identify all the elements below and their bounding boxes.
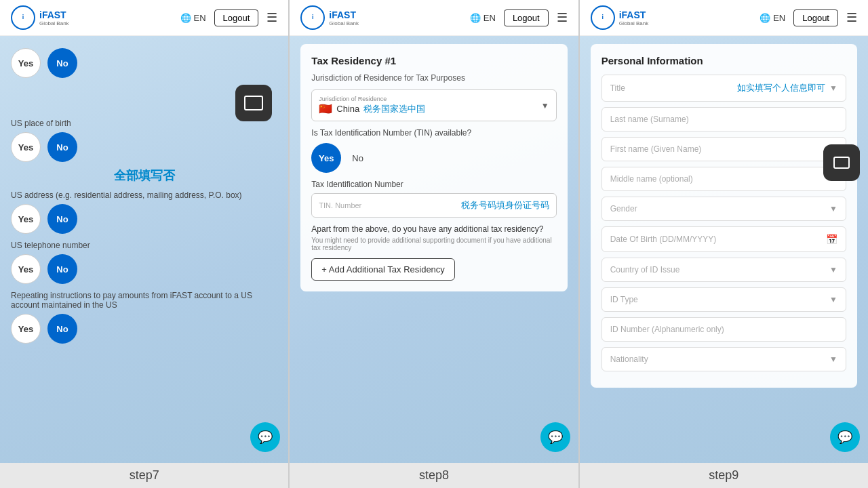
last-name-field[interactable]: Last name (Surname) bbox=[601, 107, 846, 131]
middle-name-field[interactable]: Middle name (optional) bbox=[601, 167, 846, 191]
gender-field[interactable]: Gender ▼ bbox=[601, 197, 846, 221]
no-btn-last[interactable]: No bbox=[47, 314, 77, 344]
globe-icon-step7: 🌐 bbox=[180, 13, 191, 23]
logo-icon-step9: i bbox=[591, 5, 615, 30]
lang-btn-step7[interactable]: 🌐 EN bbox=[180, 13, 206, 23]
gender-chevron: ▼ bbox=[829, 204, 837, 214]
additional-question-text: Apart from the above, do you have any ad… bbox=[311, 224, 556, 234]
jurisdiction-section-title: Jurisdiction of Residence for Tax Purpos… bbox=[311, 73, 556, 83]
no-btn-q0[interactable]: No bbox=[47, 48, 77, 78]
country-id-field[interactable]: Country of ID Issue ▼ bbox=[601, 258, 846, 282]
tin-input-box[interactable]: TIN. Number 税务号码填身份证号码 bbox=[311, 193, 556, 218]
logo-icon-step7: i bbox=[11, 5, 35, 30]
yes-btn-last[interactable]: Yes bbox=[11, 314, 41, 344]
logo-step8: i iFAST Global Bank bbox=[300, 5, 359, 30]
lang-label-step7: EN bbox=[194, 13, 206, 23]
logout-btn-step9[interactable]: Logout bbox=[793, 9, 838, 26]
title-chevron: ▼ bbox=[829, 83, 837, 93]
logo-text-step8: iFAST Global Bank bbox=[329, 9, 359, 26]
id-number-field[interactable]: ID Number (Alphanumeric only) bbox=[601, 317, 846, 342]
chinese-note: 全部填写否 bbox=[11, 167, 277, 184]
yes-btn-q3[interactable]: Yes bbox=[11, 254, 41, 284]
title-value-area: 如实填写个人信息即可 ▼ bbox=[737, 82, 837, 94]
first-name-field[interactable]: First name (Given Name) bbox=[601, 137, 846, 161]
question-label-2: US address (e.g. residential address, ma… bbox=[11, 190, 277, 200]
menu-icon-step8[interactable]: ☰ bbox=[557, 10, 568, 25]
no-btn-q3[interactable]: No bbox=[47, 254, 77, 284]
logo-text-step7: iFAST Global Bank bbox=[39, 9, 69, 26]
jurisdiction-content: Jurisdiction of Residence 🇨🇳 China 税务国家选… bbox=[319, 96, 425, 115]
title-chinese: 如实填写个人信息即可 bbox=[737, 82, 825, 94]
logo-ifast-step8: iFAST bbox=[329, 9, 359, 20]
question-group-2: US address (e.g. residential address, ma… bbox=[11, 190, 277, 234]
tax-residency-card: Tax Residency #1 Jurisdiction of Residen… bbox=[300, 44, 567, 291]
nationality-field[interactable]: Nationality ▼ bbox=[601, 347, 846, 371]
tin-question-text: Is Tax Identification Number (TIN) avail… bbox=[311, 128, 556, 138]
camera-icon[interactable] bbox=[235, 85, 272, 121]
logout-btn-step8[interactable]: Logout bbox=[504, 9, 549, 26]
chat-bubble-step7[interactable] bbox=[250, 422, 280, 452]
lang-label-step8: EN bbox=[484, 13, 496, 23]
calendar-icon: 📅 bbox=[826, 234, 837, 245]
chinese-country-note: 税务国家选中国 bbox=[363, 103, 425, 115]
tin-yes-btn[interactable]: Yes bbox=[311, 143, 341, 173]
panel-inner-step8: Tax Residency #1 Jurisdiction of Residen… bbox=[290, 36, 578, 463]
id-type-field[interactable]: ID Type ▼ bbox=[601, 287, 846, 312]
header-right-step7: 🌐 EN Logout ☰ bbox=[180, 9, 278, 26]
toggle-row-last: Yes No bbox=[11, 314, 277, 344]
header-right-step8: 🌐 EN Logout ☰ bbox=[470, 9, 568, 26]
no-btn-q2[interactable]: No bbox=[47, 204, 77, 234]
yes-btn-q1[interactable]: Yes bbox=[11, 132, 41, 162]
gender-label: Gender bbox=[610, 204, 637, 214]
lang-btn-step8[interactable]: 🌐 EN bbox=[470, 13, 496, 23]
tin-chinese-note: 税务号码填身份证号码 bbox=[461, 199, 549, 211]
chat-bubble-step8[interactable] bbox=[540, 422, 570, 452]
lang-label-step9: EN bbox=[773, 13, 785, 23]
id-type-label: ID Type bbox=[610, 295, 638, 304]
toggle-row-1: Yes No bbox=[11, 132, 277, 162]
tin-placeholder: TIN. Number bbox=[319, 201, 361, 209]
jurisdiction-value: 🇨🇳 China 税务国家选中国 bbox=[319, 102, 425, 115]
no-btn-q1[interactable]: No bbox=[47, 132, 77, 162]
logo-bank-step9: Global Bank bbox=[619, 20, 649, 26]
panel-step7: i iFAST Global Bank 🌐 EN Logout ☰ bbox=[0, 0, 288, 488]
chat-bubble-step9[interactable] bbox=[830, 422, 860, 452]
header-step7: i iFAST Global Bank 🌐 EN Logout ☰ bbox=[0, 0, 288, 36]
camera-icon-step9[interactable] bbox=[823, 144, 860, 181]
globe-icon-step9: 🌐 bbox=[760, 13, 770, 23]
lang-btn-step9[interactable]: 🌐 EN bbox=[760, 13, 785, 23]
question-group-3: US telephone number Yes No bbox=[11, 241, 277, 284]
menu-icon-step9[interactable]: ☰ bbox=[846, 10, 857, 25]
personal-info-title: Personal Information bbox=[601, 55, 846, 66]
yes-btn-q2[interactable]: Yes bbox=[11, 204, 41, 234]
logo-step7: i iFAST Global Bank bbox=[11, 5, 69, 30]
panel-inner-step9: Personal Information Title 如实填写个人信息即可 ▼ … bbox=[580, 36, 868, 463]
toggle-row-3: Yes No bbox=[11, 254, 277, 284]
panel-content-step9: Personal Information Title 如实填写个人信息即可 ▼ … bbox=[580, 36, 868, 404]
question-label-3: US telephone number bbox=[11, 241, 277, 250]
menu-icon-step7[interactable]: ☰ bbox=[267, 10, 277, 25]
jurisdiction-dropdown[interactable]: Jurisdiction of Residence 🇨🇳 China 税务国家选… bbox=[311, 89, 556, 121]
question-group-0: Yes No bbox=[11, 48, 277, 78]
step-label-9: step9 bbox=[703, 463, 744, 488]
first-name-label: First name (Given Name) bbox=[610, 144, 702, 154]
tin-no-label[interactable]: No bbox=[352, 153, 363, 163]
id-type-chevron: ▼ bbox=[829, 295, 837, 304]
header-right-step9: 🌐 EN Logout ☰ bbox=[760, 9, 857, 26]
yes-btn-q0[interactable]: Yes bbox=[11, 48, 41, 78]
nationality-chevron: ▼ bbox=[829, 354, 837, 364]
country-id-label: Country of ID Issue bbox=[610, 265, 680, 274]
logo-step9: i iFAST Global Bank bbox=[591, 5, 649, 30]
title-label: Title bbox=[610, 83, 625, 93]
dob-field[interactable]: Date Of Birth (DD/MM/YYYY) 📅 bbox=[601, 226, 846, 252]
add-residency-btn[interactable]: + Add Additional Tax Residency bbox=[311, 258, 455, 281]
header-step8: i iFAST Global Bank 🌐 EN Logout ☰ bbox=[290, 0, 578, 36]
bottom-text-container: Repeating instructions to pay amounts fr… bbox=[11, 291, 277, 344]
bottom-text: Repeating instructions to pay amounts fr… bbox=[11, 291, 277, 310]
dob-label: Date Of Birth (DD/MM/YYYY) bbox=[610, 235, 717, 244]
middle-name-label: Middle name (optional) bbox=[610, 174, 693, 184]
logout-btn-step7[interactable]: Logout bbox=[214, 9, 259, 26]
title-field[interactable]: Title 如实填写个人信息即可 ▼ bbox=[601, 75, 846, 102]
jurisdiction-label: Jurisdiction of Residence bbox=[319, 96, 425, 102]
question-label-1: US place of birth bbox=[11, 119, 277, 128]
